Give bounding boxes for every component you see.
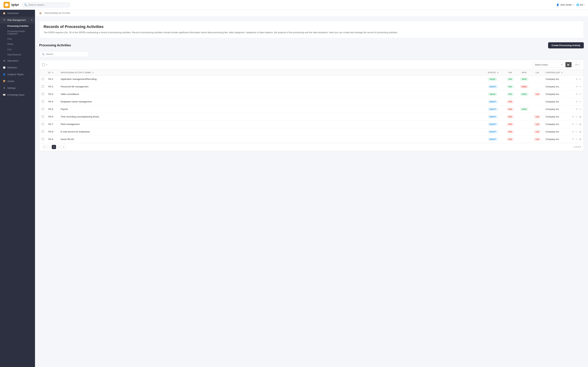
sidebar-label-subjects-rights: Subjects' Rights [7,73,30,76]
row-checkbox[interactable] [42,78,44,80]
table-row: PA-4 Employee career management DRAFT PI… [39,98,584,105]
row-checkbox[interactable] [42,108,44,110]
table-body: PA-1 Application management/Recruiting V… [39,75,584,143]
delete-icon[interactable]: 🗑 [579,138,581,141]
global-search-bar[interactable]: 🔍 [21,2,70,8]
sidebar-item-operations[interactable]: ⚙ Operations › [0,57,35,64]
row-name: Fleet management [59,120,486,128]
row-checkbox-cell [39,120,46,128]
row-checkbox[interactable] [42,93,44,95]
pagination-first-button[interactable]: « [42,145,47,149]
col-header-dpia: DPIA [517,70,531,75]
row-action-buttons: 👁 ✏ [570,93,582,96]
svg-marker-0 [5,3,9,7]
delete-icon[interactable]: 🗑 [579,115,581,118]
sidebar-item-knowledge-base[interactable]: 📖 Knowledge Base [0,92,35,98]
row-controller: Company Inc. [544,83,568,90]
view-icon[interactable]: 👁 [576,108,578,111]
search-box[interactable]: 🔍 [39,51,88,57]
sidebar-label-retention: Retention [7,66,30,69]
row-checkbox[interactable] [42,123,44,125]
edit-icon[interactable]: ✏ [579,100,581,103]
view-icon[interactable]: 👁 [572,115,574,118]
sidebar-item-retention[interactable]: 🕐 Retention › [0,64,35,71]
sidebar-item-assets[interactable]: 📦 Assets › [0,78,35,84]
sidebar-item-processing-activity-categories[interactable]: Processing Activity Categories [0,29,35,36]
sidebar-item-lias[interactable]: LIAs [0,47,35,52]
breadcrumb-home-icon[interactable]: 🏠 [39,12,42,14]
subjects-icon: 👤 [3,73,6,76]
row-id: PA-1 [46,75,59,83]
row-checkbox[interactable] [42,115,44,118]
row-checkbox[interactable] [42,138,44,140]
create-processing-activity-button[interactable]: Create Processing Activity [548,42,584,48]
edit-icon[interactable]: ✏ [576,123,578,126]
row-checkbox[interactable] [42,100,44,103]
edit-icon[interactable]: ✏ [579,78,581,81]
sidebar-item-dpias[interactable]: DPIAs [0,42,35,47]
row-checkbox[interactable] [42,85,44,88]
col-header-lia: LIA [531,70,544,75]
col-header-id[interactable]: ID ⇅ [46,70,59,75]
search-input[interactable] [46,53,86,55]
delete-icon[interactable]: 🗑 [579,130,581,133]
pagination-current-page[interactable]: 1 [52,145,56,149]
sidebar-item-data-breaches[interactable]: Data Breaches [0,52,35,57]
filter-chevron-icon: ▾ [578,64,579,66]
logo: igdpr [3,2,19,8]
col-header-controller[interactable]: CONTROLLER ⇅ [544,70,568,75]
lia-badge: LIA [534,130,541,133]
pagination-next-button[interactable]: › [57,145,61,149]
col-header-name[interactable]: PROCESSING ACTIVITY NAME ⇅ [59,70,486,75]
select-all-chevron-icon[interactable]: ▾ [46,64,47,66]
sidebar-label-risk-management: Risk Management [7,19,30,21]
sidebar-item-dashboard[interactable]: 🏠 Dashboard [0,10,35,17]
sidebar-item-pias[interactable]: PIAs [0,36,35,42]
sidebar-label-settings: Settings [7,87,32,89]
assets-chevron-icon: › [32,80,32,82]
filter-button[interactable]: ▽ ▾ [573,62,581,67]
edit-icon[interactable]: ✏ [579,108,581,111]
row-checkbox-cell [39,135,46,143]
page-content: Records of Processing Activities The GDP… [35,17,588,367]
view-icon[interactable]: 👁 [572,123,574,126]
home-icon: 🏠 [3,12,6,15]
edit-icon[interactable]: ✏ [579,93,581,96]
row-dpia: DPIA [517,90,531,98]
row-name: Personnel file management [59,83,486,90]
row-pia: PIA [503,90,517,98]
sidebar-item-processing-activities[interactable]: Processing Activities [0,23,35,29]
pagination-last-button[interactable]: » [61,145,66,149]
view-icon[interactable]: 👁 [576,85,578,88]
edit-icon[interactable]: ✏ [576,138,578,141]
sidebar-item-subjects-rights[interactable]: 👤 Subjects' Rights › [0,71,35,78]
row-pia: PIA [503,120,517,128]
row-checkbox-cell [39,75,46,83]
row-checkbox[interactable] [42,130,44,133]
edit-icon[interactable]: ✏ [579,85,581,88]
user-menu[interactable]: 👤 John Smith ▾ [556,3,573,6]
select-all-checkbox[interactable] [42,63,45,66]
table-row: PA-8 E-mail service for employees DRAFT … [39,128,584,135]
col-name-label: PROCESSING ACTIVITY NAME [61,71,91,74]
col-header-status[interactable]: STATUS ⇅ [486,70,503,75]
row-dpia: DPIA [517,105,531,113]
run-action-button[interactable]: ▶ [565,62,571,67]
view-icon[interactable]: 👁 [576,100,578,103]
view-icon[interactable]: 👁 [576,78,578,81]
sidebar-item-risk-management[interactable]: 🛡 Risk Management ▾ [0,17,35,23]
global-search-input[interactable] [28,3,67,6]
edit-icon[interactable]: ✏ [576,130,578,133]
delete-icon[interactable]: 🗑 [579,123,581,126]
view-icon[interactable]: 👁 [572,138,574,141]
pagination: « ‹ 1 › » 1-9 of 9 [39,143,584,151]
row-status: DRAFT [486,113,503,120]
pagination-prev-button[interactable]: ‹ [47,145,51,149]
view-icon[interactable]: 👁 [576,93,578,96]
select-action-dropdown[interactable]: Select Action Delete Selected Export Sel… [533,62,564,67]
row-name: Payroll [59,105,486,113]
edit-icon[interactable]: ✏ [576,115,578,118]
language-selector[interactable]: 🌐 EN ▾ [576,3,585,6]
sidebar-item-settings[interactable]: ⚙ Settings [0,84,35,92]
view-icon[interactable]: 👁 [572,130,574,133]
